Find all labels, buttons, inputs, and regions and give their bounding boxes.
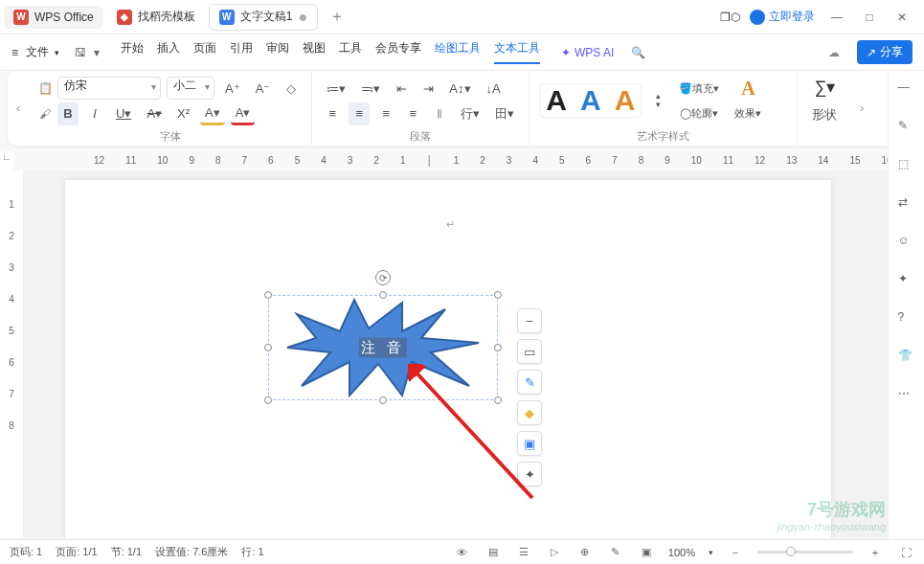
wordart-style-3[interactable]: A <box>615 84 636 117</box>
wordart-gallery[interactable]: A A A <box>539 83 642 118</box>
format-painter-icon[interactable]: 🖌 <box>38 107 52 121</box>
rotate-handle[interactable]: ⟳ <box>375 270 391 285</box>
menu-start[interactable]: 开始 <box>121 40 144 64</box>
float-layout-button[interactable]: ▭ <box>517 339 542 364</box>
menu-reference[interactable]: 引用 <box>230 40 253 64</box>
status-section[interactable]: 节: 1/1 <box>111 545 142 559</box>
ribbon-scroll-left[interactable]: ‹ <box>8 71 29 146</box>
align-left-button[interactable]: ≡ <box>322 102 343 125</box>
line-spacing-button[interactable]: 行▾ <box>456 102 485 125</box>
ribbon-scroll-right[interactable]: › <box>851 71 872 146</box>
sigma-icon[interactable]: ∑▾ <box>814 77 835 98</box>
font-size-combo[interactable]: 小二 <box>167 77 214 100</box>
status-outline-icon[interactable]: ☰ <box>515 544 532 561</box>
menu-hamburger-icon[interactable]: ≡ <box>11 46 18 59</box>
status-eye-icon[interactable]: 👁 <box>454 544 471 561</box>
menu-view[interactable]: 视图 <box>303 40 326 64</box>
status-play-icon[interactable]: ▷ <box>546 544 563 561</box>
zoom-in-button[interactable]: + <box>867 544 884 561</box>
wordart-style-1[interactable]: A <box>546 84 567 117</box>
status-page-count[interactable]: 页面: 1/1 <box>56 545 97 559</box>
close-button[interactable]: ✕ <box>893 9 911 26</box>
text-effects-button[interactable]: 效果▾ <box>730 102 766 124</box>
sidebar-select-icon[interactable]: ⬚ <box>898 157 915 174</box>
sidebar-pen-icon[interactable]: ✎ <box>898 119 915 136</box>
menu-drawing-tools[interactable]: 绘图工具 <box>435 40 481 64</box>
sidebar-tools-icon[interactable]: ✦ <box>898 272 915 289</box>
sidebar-more-icon[interactable]: ⋯ <box>898 387 915 404</box>
font-color-button[interactable]: A▾ <box>231 102 256 125</box>
bullets-button[interactable]: ≔▾ <box>322 77 350 100</box>
file-menu[interactable]: 文件▾ <box>26 44 59 60</box>
menu-member[interactable]: 会员专享 <box>375 40 421 64</box>
tab-templates[interactable]: ◆ 找稻壳模板 <box>107 5 205 29</box>
grow-font-button[interactable]: A⁺ <box>220 77 245 100</box>
wordart-more-button[interactable]: ▴▾ <box>647 89 668 112</box>
superscript-button[interactable]: X² <box>172 102 194 125</box>
status-edit-icon[interactable]: ✎ <box>607 544 624 561</box>
bold-button[interactable]: B <box>57 102 79 125</box>
cube-icon[interactable]: ⬡ <box>731 11 740 24</box>
status-readmode-icon[interactable]: ▤ <box>485 544 502 561</box>
resize-handle-ml[interactable] <box>264 344 272 351</box>
shape-format-button[interactable]: 形状 <box>807 103 842 126</box>
shrink-font-button[interactable]: A⁻ <box>251 77 276 100</box>
clear-format-button[interactable]: ◇ <box>281 77 302 100</box>
sidebar-collapse-icon[interactable]: — <box>898 80 915 98</box>
zoom-out-button[interactable]: − <box>727 544 744 561</box>
text-fill-button[interactable]: 🪣填充▾ <box>674 77 724 100</box>
zoom-thumb[interactable] <box>786 547 796 556</box>
zoom-slider[interactable] <box>757 551 853 553</box>
new-tab-button[interactable]: ＋ <box>322 7 352 27</box>
strike-button[interactable]: A▾ <box>142 102 167 125</box>
font-family-combo[interactable]: 仿宋 <box>57 77 161 100</box>
undo-dropdown-icon[interactable]: ▾ <box>94 46 100 59</box>
status-web-icon[interactable]: ⊕ <box>576 544 594 561</box>
align-justify-button[interactable]: ≡ <box>402 102 423 125</box>
status-focus-icon[interactable]: ▣ <box>638 544 655 561</box>
menu-text-tools[interactable]: 文本工具 <box>494 40 540 64</box>
tab-document[interactable]: W 文字文稿1 ● <box>209 4 318 31</box>
italic-button[interactable]: I <box>84 102 105 125</box>
clipboard-icon[interactable]: 📋 <box>38 81 52 95</box>
text-direction-button[interactable]: A↕▾ <box>444 77 475 100</box>
indent-button[interactable]: ⇥ <box>417 77 439 100</box>
resize-handle-tm[interactable] <box>379 291 387 299</box>
login-button[interactable]: 立即登录 <box>750 9 815 25</box>
resize-handle-tr[interactable] <box>494 291 502 299</box>
wps-ai-button[interactable]: ✦WPS AI <box>561 46 614 59</box>
status-line[interactable]: 行: 1 <box>241 545 263 559</box>
underline-button[interactable]: U▾ <box>111 102 136 125</box>
wordart-style-2[interactable]: A <box>580 84 601 117</box>
maximize-button[interactable]: □ <box>861 9 878 26</box>
numbering-button[interactable]: ≕▾ <box>356 77 385 100</box>
status-page-no[interactable]: 页码: 1 <box>10 545 42 559</box>
fullscreen-button[interactable]: ⛶ <box>897 544 914 561</box>
sidebar-skin-icon[interactable]: 👕 <box>898 349 915 366</box>
duplicate-window-icon[interactable]: ❐ <box>720 11 731 24</box>
sidebar-assistant-icon[interactable]: ☺ <box>898 234 915 251</box>
status-zoom-value[interactable]: 100% <box>668 547 695 558</box>
borders-button[interactable]: 田▾ <box>490 102 519 125</box>
search-icon[interactable]: 🔍 <box>631 46 645 59</box>
align-right-button[interactable]: ≡ <box>375 102 396 125</box>
app-tab[interactable]: W WPS Office <box>4 6 103 29</box>
menu-page[interactable]: 页面 <box>193 40 216 64</box>
menu-tools[interactable]: 工具 <box>339 40 362 64</box>
page-canvas[interactable]: ↵ ⟳ 注 音 − ▭ ✎ ◆ <box>23 170 907 538</box>
minimize-button[interactable]: — <box>828 9 845 26</box>
resize-handle-bm[interactable] <box>379 396 387 404</box>
sidebar-transfer-icon[interactable]: ⇄ <box>898 195 915 213</box>
resize-handle-tl[interactable] <box>264 291 272 299</box>
text-outline-button[interactable]: ◯轮廓▾ <box>675 102 723 124</box>
float-collapse-button[interactable]: − <box>517 308 542 333</box>
cloud-icon[interactable]: ☁ <box>828 46 840 59</box>
resize-handle-bl[interactable] <box>264 396 272 404</box>
menu-review[interactable]: 审阅 <box>266 40 289 64</box>
menu-insert[interactable]: 插入 <box>157 40 180 64</box>
document-page[interactable]: ↵ ⟳ 注 音 − ▭ ✎ ◆ <box>65 180 831 538</box>
outdent-button[interactable]: ⇤ <box>391 77 412 100</box>
resize-handle-mr[interactable] <box>494 344 502 351</box>
shape-text[interactable]: 注 音 <box>359 338 407 358</box>
align-center-button[interactable]: ≡ <box>349 102 370 125</box>
